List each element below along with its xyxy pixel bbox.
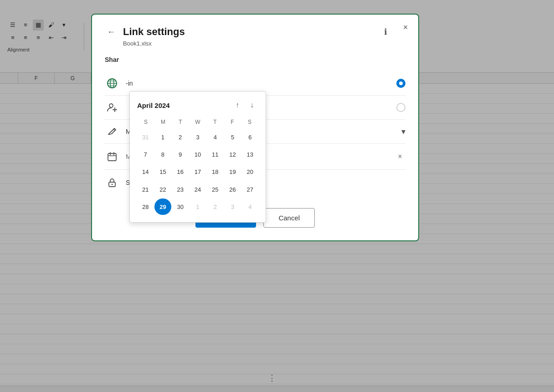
calendar-day[interactable]: 4 — [207, 129, 223, 145]
calendar-prev-button[interactable]: ↑ — [231, 99, 244, 112]
date-clear-button[interactable]: × — [395, 151, 405, 162]
svg-point-14 — [112, 184, 113, 185]
svg-line-8 — [113, 129, 115, 131]
sharing-label: Shar — [105, 56, 119, 63]
modal-title: Link settings — [123, 26, 185, 38]
calendar-day[interactable]: 27 — [242, 181, 258, 198]
modal-close-button[interactable]: × — [399, 21, 412, 34]
person-add-icon — [105, 100, 119, 115]
calendar-day-header: T — [206, 117, 224, 127]
calendar-day: 3 — [224, 199, 241, 215]
calendar-header: April 2024 ↑ ↓ — [137, 99, 258, 112]
calendar-day[interactable]: 30 — [172, 199, 189, 215]
info-button[interactable]: ℹ — [379, 25, 392, 38]
option-anyone-radio[interactable] — [396, 79, 405, 88]
calendar-day[interactable]: 3 — [190, 129, 206, 145]
calendar-day[interactable]: 18 — [207, 164, 223, 180]
calendar-day[interactable]: 23 — [172, 181, 189, 198]
calendar-day: 4 — [242, 199, 258, 215]
calendar-day-header: T — [172, 117, 189, 127]
calendar-day[interactable]: 22 — [154, 181, 171, 198]
more-options-chevron: ▾ — [401, 127, 405, 137]
modal-subtitle: Book1.xlsx — [123, 40, 405, 47]
calendar-day[interactable]: 20 — [242, 164, 258, 180]
calendar-day-header: S — [241, 117, 258, 127]
calendar-day-header: S — [137, 117, 154, 127]
calendar-day[interactable]: 5 — [224, 129, 241, 145]
svg-rect-9 — [108, 153, 116, 161]
calendar-day[interactable]: 10 — [190, 146, 206, 163]
calendar-day: 31 — [137, 129, 154, 145]
calendar-day[interactable]: 11 — [207, 146, 223, 163]
calendar-day[interactable]: 1 — [154, 129, 171, 145]
calendar-grid: SMTWTFS 31123456789101112131415161718192… — [137, 117, 258, 215]
option-specific-radio[interactable] — [396, 103, 405, 112]
modal-header: ← Link settings ℹ — [105, 25, 405, 38]
calendar-day[interactable]: 15 — [154, 164, 171, 180]
calendar-days: 3112345678910111213141516171819202122232… — [137, 129, 258, 215]
calendar-day[interactable]: 9 — [172, 146, 189, 163]
calendar-day: 2 — [207, 199, 223, 215]
calendar-day[interactable]: 14 — [137, 164, 154, 180]
calendar-day[interactable]: 29 — [154, 199, 171, 215]
edit-icon — [105, 124, 119, 139]
back-button[interactable]: ← — [105, 25, 118, 38]
calendar-day-header: W — [189, 117, 206, 127]
calendar-day-header: M — [154, 117, 172, 127]
calendar-icon — [105, 149, 119, 164]
calendar-day[interactable]: 19 — [224, 164, 241, 180]
calendar-day[interactable]: 26 — [224, 181, 241, 198]
globe-icon — [105, 76, 119, 91]
calendar-day-headers: SMTWTFS — [137, 117, 258, 127]
calendar-day[interactable]: 7 — [137, 146, 154, 163]
sharing-section-header: Shar — [105, 56, 405, 68]
calendar-day[interactable]: 12 — [224, 146, 241, 163]
calendar-day-header: F — [224, 117, 241, 127]
calendar-next-button[interactable]: ↓ — [246, 99, 258, 112]
option-anyone-text: -in — [126, 80, 390, 87]
calendar-day[interactable]: 13 — [242, 146, 258, 163]
calendar-day[interactable]: 6 — [242, 129, 258, 145]
lock-icon — [105, 175, 119, 190]
calendar-day[interactable]: 17 — [190, 164, 206, 180]
calendar-day[interactable]: 28 — [137, 199, 154, 215]
calendar-day[interactable]: 21 — [137, 181, 154, 198]
calendar-day[interactable]: 16 — [172, 164, 189, 180]
calendar-day[interactable]: 24 — [190, 181, 206, 198]
cancel-button[interactable]: Cancel — [263, 208, 315, 228]
calendar-popup: April 2024 ↑ ↓ SMTWTFS 31123456789101112… — [129, 91, 266, 223]
calendar-day: 1 — [190, 199, 206, 215]
svg-point-5 — [109, 104, 113, 107]
calendar-day[interactable]: 25 — [207, 181, 223, 198]
calendar-day[interactable]: 2 — [172, 129, 189, 145]
calendar-day[interactable]: 8 — [154, 146, 171, 163]
calendar-month-title: April 2024 — [137, 102, 170, 109]
